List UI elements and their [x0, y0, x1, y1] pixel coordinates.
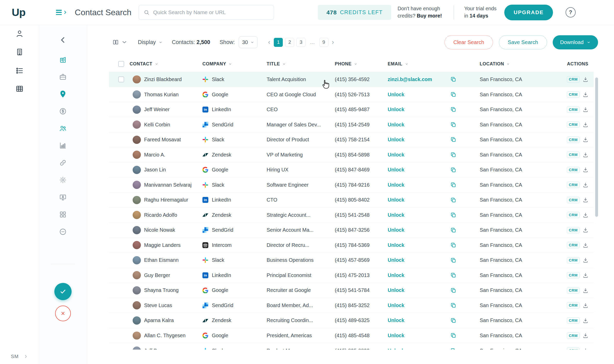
column-header-phone[interactable]: PHONE — [335, 61, 388, 67]
unlock-button[interactable]: Unlock — [388, 212, 404, 218]
crm-button[interactable]: CRM — [567, 182, 579, 188]
contact-name[interactable]: Raghu Hiremagalur — [144, 197, 188, 203]
unlock-button[interactable]: Unlock — [388, 333, 404, 338]
select-all-checkbox[interactable] — [118, 61, 124, 67]
show-select[interactable]: 30 — [239, 36, 258, 48]
download-contact-icon[interactable] — [583, 302, 589, 308]
crm-button[interactable]: CRM — [567, 287, 579, 293]
download-contact-icon[interactable] — [583, 212, 589, 218]
table-row[interactable]: Fareed MosavatSlackDirector of Product(4… — [109, 132, 594, 148]
unlock-button[interactable]: Unlock — [388, 257, 404, 263]
crm-button[interactable]: CRM — [567, 152, 579, 158]
contact-name[interactable]: Fareed Mosavat — [144, 137, 181, 143]
contact-name[interactable]: Guy Berger — [144, 272, 170, 278]
download-contact-icon[interactable] — [583, 182, 589, 188]
display-dropdown[interactable]: Display — [138, 39, 163, 46]
download-contact-icon[interactable] — [583, 348, 589, 350]
table-scrollbar[interactable] — [595, 77, 598, 217]
unlock-button[interactable]: Unlock — [388, 348, 404, 350]
crm-button[interactable]: CRM — [567, 317, 579, 324]
unlock-button[interactable]: Unlock — [388, 242, 404, 248]
table-row[interactable]: Jeff B...SlackProduct Ma...(415) 895-889… — [109, 343, 594, 349]
unlock-button[interactable]: Unlock — [388, 272, 404, 278]
contact-name[interactable]: Jeff B... — [144, 348, 161, 350]
table-row[interactable]: Jeff WeinerinLinkedInCEO(415) 485-9487Un… — [109, 102, 594, 117]
contact-name[interactable]: Aparna Kalra — [144, 317, 174, 323]
crm-button[interactable]: CRM — [567, 272, 579, 278]
unlock-button[interactable]: Unlock — [388, 167, 404, 172]
rail-item-chart[interactable] — [54, 137, 72, 154]
row-checkbox[interactable] — [118, 76, 124, 82]
crm-button[interactable]: CRM — [567, 76, 579, 82]
copy-icon[interactable] — [450, 136, 456, 143]
table-row[interactable]: Nicole NowakSendGridSenior Account Ma...… — [109, 223, 594, 238]
copy-icon[interactable] — [450, 212, 456, 218]
download-contact-icon[interactable] — [583, 137, 589, 143]
download-contact-icon[interactable] — [583, 242, 589, 248]
contact-name[interactable]: Allan C. Thygesen — [144, 333, 185, 339]
table-row[interactable]: Kelli CorbinSendGridManager of Sales Dev… — [109, 117, 594, 132]
pagination-page-1[interactable]: 1 — [274, 38, 283, 47]
menu-toggle-button[interactable] — [56, 10, 68, 15]
download-contact-icon[interactable] — [583, 227, 589, 233]
contact-name[interactable]: Maggie Landers — [144, 242, 181, 248]
copy-icon[interactable] — [450, 182, 456, 188]
download-contact-icon[interactable] — [583, 333, 589, 339]
column-header-contact[interactable]: CONTACT — [130, 61, 202, 67]
rail-item-minus-circle[interactable] — [54, 223, 72, 240]
rail-item-monitor[interactable] — [54, 189, 72, 206]
table-row[interactable]: Ethan EismannSlackBusiness Operations(41… — [109, 253, 594, 268]
brand-logo[interactable]: Up — [0, 6, 39, 19]
copy-icon[interactable] — [450, 272, 456, 278]
contact-name[interactable]: Nicole Nowak — [144, 227, 175, 233]
help-button[interactable]: ? — [566, 7, 576, 18]
sidebar-item-table[interactable] — [11, 80, 28, 98]
download-contact-icon[interactable] — [583, 76, 589, 82]
contact-name[interactable]: Shayna Truong — [144, 287, 178, 293]
rail-item-people[interactable] — [54, 120, 72, 137]
download-contact-icon[interactable] — [583, 107, 589, 112]
copy-icon[interactable] — [450, 76, 456, 82]
copy-icon[interactable] — [450, 167, 456, 173]
rail-item-briefcase[interactable] — [54, 68, 72, 85]
column-header-company[interactable]: COMPANY — [202, 61, 267, 67]
crm-button[interactable]: CRM — [567, 91, 579, 98]
download-contact-icon[interactable] — [583, 92, 589, 98]
download-contact-icon[interactable] — [583, 197, 589, 203]
contact-name[interactable]: Jeff Weiner — [144, 107, 169, 112]
copy-icon[interactable] — [450, 227, 456, 233]
contact-name[interactable]: Jason Lin — [144, 167, 166, 173]
copy-icon[interactable] — [450, 302, 456, 308]
unlock-button[interactable]: Unlock — [388, 107, 404, 112]
crm-button[interactable]: CRM — [567, 137, 579, 143]
contact-email[interactable]: zinzi.b@slack.com — [388, 76, 432, 82]
copy-icon[interactable] — [450, 122, 456, 128]
crm-button[interactable]: CRM — [567, 257, 579, 263]
crm-button[interactable]: CRM — [567, 167, 579, 173]
copy-icon[interactable] — [450, 348, 456, 350]
copy-icon[interactable] — [450, 152, 456, 158]
column-header-email[interactable]: EMAIL — [388, 61, 480, 67]
pagination-page-9[interactable]: 9 — [319, 38, 328, 47]
quick-search-box[interactable] — [139, 5, 274, 20]
download-contact-icon[interactable] — [583, 122, 589, 128]
table-row[interactable]: Ricardo AdolfoZendeskStrategic Account..… — [109, 208, 594, 223]
crm-button[interactable]: CRM — [567, 227, 579, 233]
crm-button[interactable]: CRM — [567, 332, 579, 339]
crm-button[interactable]: CRM — [567, 212, 579, 218]
sidebar-item-person[interactable] — [11, 25, 28, 42]
user-menu[interactable]: SM — [0, 354, 39, 359]
contact-name[interactable]: Zinzi Blackbeard — [144, 76, 182, 82]
copy-icon[interactable] — [450, 317, 456, 324]
crm-button[interactable]: CRM — [567, 197, 579, 203]
column-header-title[interactable]: TITLE — [267, 61, 335, 67]
cancel-button[interactable] — [55, 306, 71, 321]
table-row[interactable]: Shayna TruongGoogleRecruiter at Google(4… — [109, 283, 594, 298]
unlock-button[interactable]: Unlock — [388, 182, 404, 188]
rail-item-gear[interactable] — [54, 171, 72, 189]
contact-name[interactable]: Steve Lucas — [144, 302, 172, 308]
unlock-button[interactable]: Unlock — [388, 302, 404, 308]
download-contact-icon[interactable] — [583, 152, 589, 158]
crm-button[interactable]: CRM — [567, 302, 579, 308]
rail-item-building[interactable] — [54, 51, 72, 68]
